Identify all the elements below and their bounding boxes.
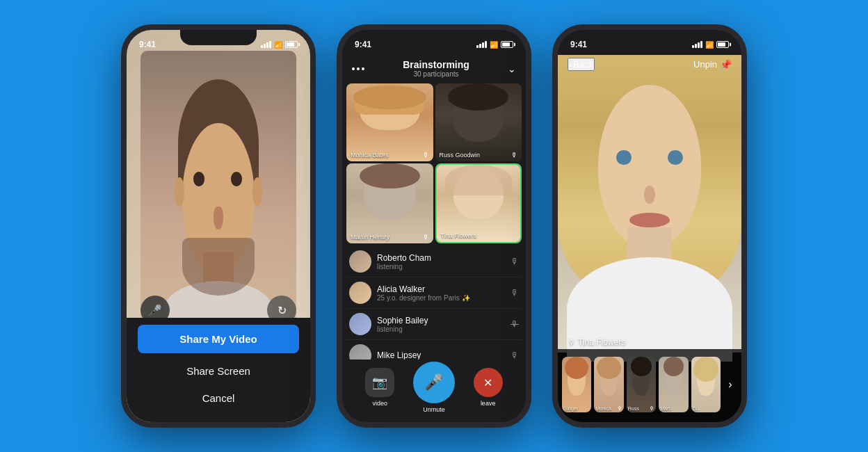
ginger-label: Ginger xyxy=(563,406,578,411)
tina-thumb xyxy=(691,357,721,412)
chevron-left-icon: ‹ xyxy=(569,59,572,70)
russ-mic: 🎙 xyxy=(511,152,517,159)
roberto-name: Roberto Cham xyxy=(377,253,511,263)
russ-video xyxy=(435,83,522,161)
back-button[interactable]: ‹ Back xyxy=(568,58,595,71)
phone2-bottom-controls: 📷 video 🎤 Unmute ✕ leave xyxy=(342,360,526,422)
phone1-bottom-controls: Share My Video Share Screen Cancel xyxy=(127,318,310,422)
unmute-button[interactable]: 🎤 Unmute xyxy=(413,362,455,413)
listener-roberto: Roberto Cham listening 🎙 xyxy=(346,246,522,277)
monica-thumb xyxy=(594,357,623,412)
speaker-mic-icon: 🎙 xyxy=(568,338,575,346)
phone-1: 9:41 📶 xyxy=(121,24,316,428)
video-label: video xyxy=(373,400,388,407)
roberto-avatar xyxy=(349,250,371,273)
share-screen-button[interactable]: Share Screen xyxy=(138,360,299,382)
listener-list: Roberto Cham listening 🎙 Alicia Walker 2… xyxy=(342,246,526,371)
video-grid: Monica Bates 🎙 Russ Goodwin 🎙 Martin Hen… xyxy=(346,83,522,243)
sophie-info: Sophie Bailey listening xyxy=(377,316,511,333)
phone2-time: 9:41 xyxy=(355,40,371,49)
phone1-status-icons: 📶 xyxy=(261,41,298,49)
video-icon: 📷 xyxy=(365,368,394,397)
battery-icon-2 xyxy=(501,41,513,48)
call-title: Brainstorming 30 participants xyxy=(403,59,469,78)
phone1-time: 9:41 xyxy=(139,40,156,49)
roberto-info: Roberto Cham listening xyxy=(377,253,511,271)
tina-video xyxy=(437,165,521,243)
participant-count: 30 participants xyxy=(403,70,469,78)
thumb-russ[interactable]: Russ 🎙 xyxy=(627,357,656,412)
martin-thumb xyxy=(659,357,688,412)
martin-label: Mart. xyxy=(660,406,671,411)
leave-icon: ✕ xyxy=(474,368,503,397)
video-cell-russ: Russ Goodwin 🎙 xyxy=(435,83,522,161)
mike-name: Mike Lipsey xyxy=(377,350,511,360)
thumbnail-row: Ginger Monica 🎙 Russ 🎙 xyxy=(562,353,737,416)
listener-sophie: Sophie Bailey listening 🎙 xyxy=(346,309,522,340)
back-label: Back xyxy=(573,59,593,70)
alicia-status: 25 y.o. designer from Paris ✨ xyxy=(377,294,511,302)
phone2-status-icons: 📶 xyxy=(476,41,513,49)
video-cell-martin: Martin Hensry 🎙 xyxy=(346,163,433,244)
battery-icon xyxy=(285,41,298,48)
phone3-notch xyxy=(611,30,688,45)
thumb-tina[interactable]: Ti... xyxy=(691,357,721,412)
phone-2: 9:41 📶 Brainstorming 30 participants ⌄ xyxy=(337,24,531,428)
mike-mic-icon: 🎙 xyxy=(511,350,519,360)
speaker-name: Tina Flowers xyxy=(578,337,625,347)
martin-name: Martin Hensry xyxy=(351,234,389,241)
alicia-avatar xyxy=(349,282,371,304)
phone3-header: ‹ Back Unpin 📌 xyxy=(558,55,741,74)
thumb-monica[interactable]: Monica 🎙 xyxy=(594,357,623,412)
sophie-avatar xyxy=(349,313,371,335)
phone2-header: Brainstorming 30 participants ⌄ xyxy=(342,55,526,81)
speaker-label: 🎙 Tina Flowers xyxy=(568,337,625,347)
sophie-status: listening xyxy=(377,325,511,333)
leave-button[interactable]: ✕ leave xyxy=(474,368,503,407)
battery-icon-3 xyxy=(716,41,729,48)
listener-alicia: Alicia Walker 25 y.o. designer from Pari… xyxy=(346,277,522,309)
video-toggle-button[interactable]: 📷 video xyxy=(365,368,394,407)
cancel-button[interactable]: Cancel xyxy=(138,388,299,408)
roberto-mic-icon: 🎙 xyxy=(511,257,519,266)
signal-bars-3 xyxy=(692,41,702,48)
phone3-bottom-thumbnails: Ginger Monica 🎙 Russ 🎙 xyxy=(558,349,741,422)
phone3-main-video xyxy=(558,55,741,353)
unmute-icon: 🎤 xyxy=(413,362,455,403)
phone2-notch xyxy=(396,30,472,45)
more-options-button[interactable] xyxy=(352,67,364,70)
monica-video xyxy=(346,83,433,161)
pin-icon: 📌 xyxy=(720,59,732,70)
phone3-status-icons: 📶 xyxy=(692,41,729,49)
russ-thumb-mic: 🎙 xyxy=(650,406,654,411)
call-name: Brainstorming xyxy=(403,59,469,70)
thumb-martin[interactable]: Mart. xyxy=(659,357,688,412)
mic-off-icon: 🎤 xyxy=(148,304,162,317)
monica-mic: 🎙 xyxy=(423,152,429,159)
unpin-label: Unpin xyxy=(693,59,717,70)
signal-bars-2 xyxy=(476,41,487,48)
rotate-icon: ↻ xyxy=(278,304,287,317)
alicia-mic-icon: 🎙 xyxy=(511,288,519,298)
tina-label: Ti... xyxy=(693,406,700,411)
tina-main-face xyxy=(558,55,741,353)
unpin-area[interactable]: Unpin 📌 xyxy=(693,59,732,70)
phone1-notch xyxy=(180,30,257,45)
roberto-status: listening xyxy=(377,263,511,271)
monica-name: Monica Bates xyxy=(351,152,389,159)
wifi-icon-3: 📶 xyxy=(705,41,714,49)
chevron-down-icon[interactable]: ⌄ xyxy=(508,63,516,74)
video-cell-monica: Monica Bates 🎙 xyxy=(346,83,433,161)
ginger-thumb xyxy=(562,357,591,412)
unmute-label: Unmute xyxy=(423,406,445,413)
russ-name: Russ Goodwin xyxy=(440,152,481,159)
wifi-icon-2: 📶 xyxy=(490,41,498,49)
more-thumbnails-button[interactable]: › xyxy=(723,357,737,412)
leave-label: leave xyxy=(481,400,496,407)
russ-label: Russ xyxy=(628,406,639,411)
monica-label: Monica xyxy=(595,406,611,411)
sophie-mic-off-icon: 🎙 xyxy=(511,319,519,329)
martin-video xyxy=(346,163,433,244)
share-video-button[interactable]: Share My Video xyxy=(138,325,299,353)
thumb-ginger[interactable]: Ginger xyxy=(562,357,591,412)
